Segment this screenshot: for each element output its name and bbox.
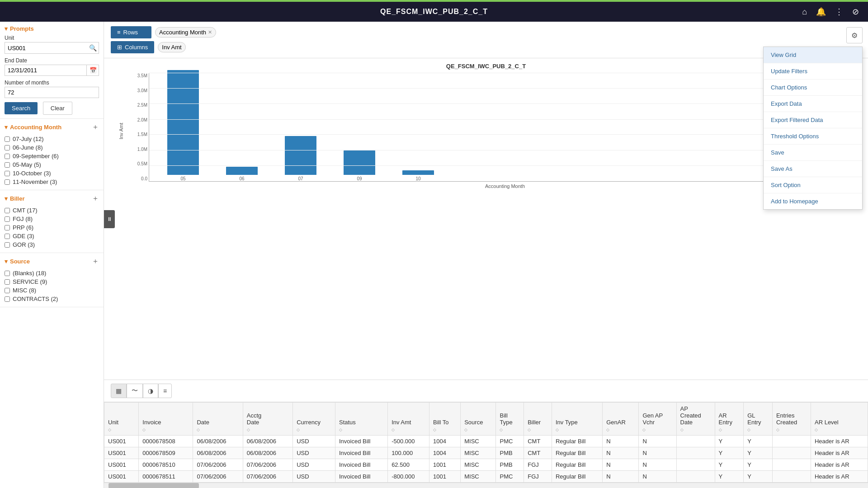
calendar-icon[interactable]: 📅 — [86, 65, 99, 75]
col-ar-entry[interactable]: AREntry◇ — [715, 403, 744, 436]
context-menu-item-view-grid[interactable]: View Grid — [764, 47, 862, 63]
table-header: Unit◇ Invoice◇ Date◇ AcctgDate◇ Currency… — [104, 403, 868, 436]
y-label: 2.0M — [127, 117, 147, 122]
col-gen-ar[interactable]: GenAR◇ — [603, 403, 639, 436]
col-gl-entry[interactable]: GLEntry◇ — [744, 403, 773, 436]
col-entries-created[interactable]: EntriesCreated◇ — [772, 403, 811, 436]
bar-label-09: 09 — [357, 176, 362, 181]
col-inv-amt[interactable]: Inv Amt◇ — [388, 403, 429, 436]
bar-06 — [226, 167, 258, 175]
biller-checkbox-2[interactable] — [5, 225, 10, 230]
context-menu-item-save[interactable]: Save — [764, 145, 862, 161]
data-table: Unit◇ Invoice◇ Date◇ AcctgDate◇ Currency… — [104, 402, 868, 483]
rows-button[interactable]: ≡ Rows — [111, 26, 151, 38]
col-biller[interactable]: Biller◇ — [524, 403, 552, 436]
col-date[interactable]: Date◇ — [193, 403, 243, 436]
biller-checkbox-1[interactable] — [5, 216, 10, 222]
cell-source: MISC — [461, 471, 496, 483]
col-acctg-date[interactable]: AcctgDate◇ — [243, 403, 292, 436]
scrollbar-thumb[interactable] — [108, 483, 199, 488]
col-invoice[interactable]: Invoice◇ — [139, 403, 193, 436]
col-bill-to[interactable]: Bill To◇ — [429, 403, 461, 436]
context-menu-item-sort-option[interactable]: Sort Option — [764, 177, 862, 193]
source-header: ▾ Source ＋ — [5, 257, 99, 266]
search-button[interactable]: Search — [5, 102, 38, 114]
home-icon[interactable]: ⌂ — [802, 7, 807, 17]
sidebar-section-source: ▾ Source ＋ (Blanks) (18) SERVICE (9) MIS… — [0, 253, 104, 307]
sidebar-section-accounting-month: ▾ Accounting Month ＋ 07-July (12) 06-Jun… — [0, 119, 104, 190]
table-chart-button[interactable]: ≡ — [158, 384, 172, 398]
source-checkbox-2[interactable] — [5, 288, 10, 293]
context-menu-item-save-as[interactable]: Save As — [764, 161, 862, 177]
accounting-month-checkbox-4[interactable] — [5, 171, 10, 176]
accounting-month-add-icon[interactable]: ＋ — [92, 122, 99, 132]
pause-button[interactable]: ⏸ — [104, 210, 115, 228]
col-bill-type[interactable]: BillType◇ — [496, 403, 524, 436]
end-date-label: End Date — [5, 57, 99, 64]
biller-checkbox-0[interactable] — [5, 208, 10, 213]
accounting-month-title[interactable]: ▾ Accounting Month — [5, 124, 61, 131]
cell-invoice: 0000678508 — [139, 436, 193, 447]
unit-input-wrap: 🔍 — [5, 42, 99, 54]
cell-ar-entry: Y — [715, 459, 744, 471]
source-add-icon[interactable]: ＋ — [92, 257, 99, 266]
accounting-month-checkbox-1[interactable] — [5, 145, 10, 150]
line-chart-button[interactable]: 〜 — [127, 384, 143, 398]
prompts-title[interactable]: ▾ Prompts — [5, 25, 34, 32]
cell-currency: USD — [293, 436, 335, 447]
bell-icon[interactable]: 🔔 — [816, 7, 826, 17]
gear-button[interactable]: ⚙ — [846, 27, 863, 43]
context-menu-item-threshold-options[interactable]: Threshold Options — [764, 128, 862, 145]
y-axis-labels: 0.0 0.5M 1.0M 1.5M 2.0M 2.5M 3.0M 3.5M — [127, 73, 147, 181]
cell-acctg-date: 06/08/2006 — [243, 436, 292, 447]
bar-label-07: 07 — [298, 176, 303, 181]
list-item: GOR (3) — [5, 240, 99, 249]
pie-chart-button[interactable]: ◑ — [143, 384, 158, 398]
context-menu-item-chart-options[interactable]: Chart Options — [764, 80, 862, 96]
end-date-input[interactable] — [5, 65, 86, 75]
col-ap-created[interactable]: APCreatedDate◇ — [676, 403, 715, 436]
source-checkbox-1[interactable] — [5, 279, 10, 285]
biller-checkbox-3[interactable] — [5, 234, 10, 239]
accounting-month-checkbox-5[interactable] — [5, 179, 10, 185]
context-menu-item-export-filtered-data[interactable]: Export Filtered Data — [764, 112, 862, 128]
clear-button[interactable]: Clear — [43, 102, 72, 115]
num-months-input[interactable] — [5, 87, 99, 98]
source-checkbox-0[interactable] — [5, 271, 10, 276]
col-ar-level[interactable]: AR Level◇ — [811, 403, 868, 436]
bar-label-10: 10 — [415, 176, 420, 181]
cell-gl-entry: Y — [744, 459, 773, 471]
biller-checkbox-4[interactable] — [5, 242, 10, 248]
rows-tag-close-icon[interactable]: ✕ — [208, 29, 212, 35]
col-inv-type[interactable]: Inv Type◇ — [552, 403, 602, 436]
list-item: 10-October (3) — [5, 169, 99, 178]
col-unit[interactable]: Unit◇ — [104, 403, 139, 436]
table-row: US001 0000678510 07/06/2006 07/06/2006 U… — [104, 459, 868, 471]
accounting-month-checkbox-0[interactable] — [5, 136, 10, 142]
source-title[interactable]: ▾ Source — [5, 258, 30, 265]
columns-button[interactable]: ⊞ Columns — [111, 41, 154, 53]
cell-ap-created — [676, 459, 715, 471]
content-area: ⚙ ≡ Rows Accounting Month ✕ ⊞ Columns — [104, 22, 868, 488]
accounting-month-checkbox-3[interactable] — [5, 162, 10, 168]
biller-add-icon[interactable]: ＋ — [92, 194, 99, 203]
col-source[interactable]: Source◇ — [461, 403, 496, 436]
source-checkbox-3[interactable] — [5, 296, 10, 302]
unit-input[interactable] — [5, 43, 86, 53]
block-icon[interactable]: ⊘ — [852, 7, 859, 17]
context-menu-item-export-data[interactable]: Export Data — [764, 96, 862, 112]
col-currency[interactable]: Currency◇ — [293, 403, 335, 436]
cell-gen-ap: N — [639, 447, 676, 459]
horizontal-scrollbar[interactable] — [104, 483, 868, 488]
context-menu-item-add-to-homepage[interactable]: Add to Homepage — [764, 193, 862, 209]
gear-button-wrap: ⚙ — [846, 27, 863, 43]
col-status[interactable]: Status◇ — [335, 403, 387, 436]
context-menu-item-update-filters[interactable]: Update Filters — [764, 63, 862, 80]
more-vert-icon[interactable]: ⋮ — [835, 7, 843, 17]
unit-search-icon[interactable]: 🔍 — [86, 42, 99, 53]
bar-chart-button[interactable]: ▦ — [111, 384, 127, 398]
chart-type-buttons: ▦ 〜 ◑ ≡ — [104, 380, 868, 402]
col-gen-ap[interactable]: Gen APVchr◇ — [639, 403, 676, 436]
biller-title[interactable]: ▾ Biller — [5, 195, 25, 202]
accounting-month-checkbox-2[interactable] — [5, 154, 10, 159]
